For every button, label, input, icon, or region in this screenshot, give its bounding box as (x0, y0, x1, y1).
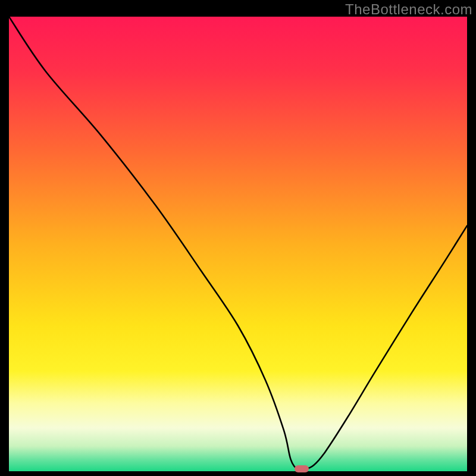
watermark-text: TheBottleneck.com (345, 1, 472, 18)
gradient-background (9, 17, 467, 471)
chart-svg (9, 17, 467, 471)
optimal-point-marker (295, 465, 309, 472)
bottleneck-chart-frame: TheBottleneck.com (0, 0, 476, 476)
chart-plot-area (9, 17, 467, 471)
